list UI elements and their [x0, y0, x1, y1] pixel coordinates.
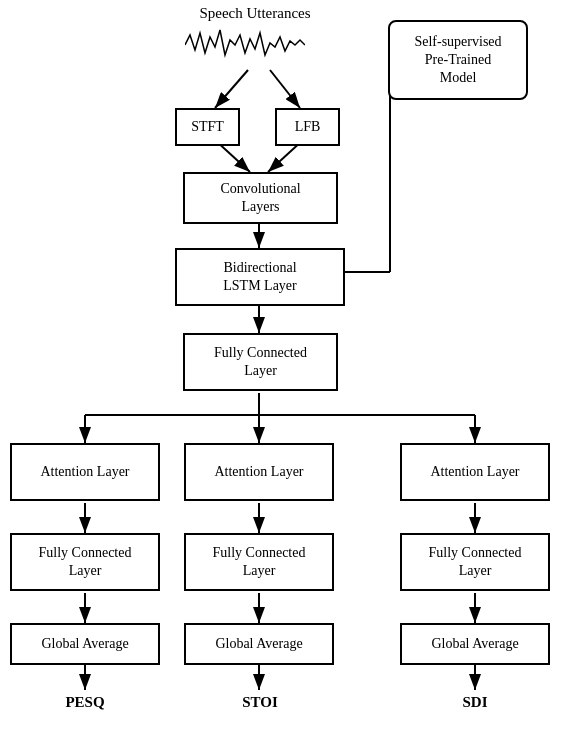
fc-main-box: Fully ConnectedLayer — [183, 333, 338, 391]
svg-line-2 — [270, 70, 300, 108]
fc1-box: Fully ConnectedLayer — [10, 533, 160, 591]
lfb-box: LFB — [275, 108, 340, 146]
conv-layers-box: ConvolutionalLayers — [183, 172, 338, 224]
stft-box: STFT — [175, 108, 240, 146]
self-supervised-box: Self-supervisedPre-TrainedModel — [388, 20, 528, 100]
ga1-box: Global Average — [10, 623, 160, 665]
attn2-box: Attention Layer — [184, 443, 334, 501]
bilstm-box: BidirectionalLSTM Layer — [175, 248, 345, 306]
stoi-label: STOI — [215, 693, 305, 713]
attn3-box: Attention Layer — [400, 443, 550, 501]
ga2-box: Global Average — [184, 623, 334, 665]
pesq-label: PESQ — [40, 693, 130, 713]
ga3-box: Global Average — [400, 623, 550, 665]
speech-label-text: Speech Utterances — [175, 5, 335, 22]
attn1-box: Attention Layer — [10, 443, 160, 501]
fc2-box: Fully ConnectedLayer — [184, 533, 334, 591]
fc3-box: Fully ConnectedLayer — [400, 533, 550, 591]
svg-line-1 — [215, 70, 248, 108]
sdi-label: SDI — [430, 693, 520, 713]
waveform-decoration — [180, 22, 310, 67]
diagram: Self-supervisedPre-TrainedModel STFT LFB… — [0, 0, 582, 738]
